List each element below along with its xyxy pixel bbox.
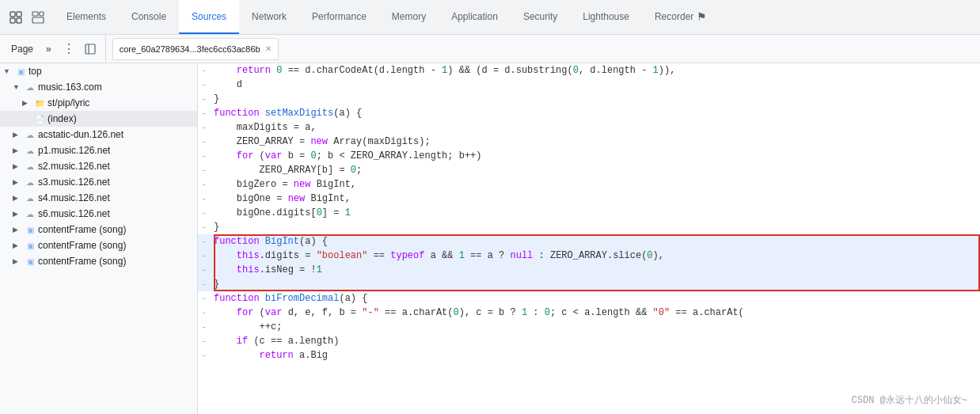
sidebar-item-s6music[interactable]: ▶ ☁ s6.music.126.net <box>0 206 197 222</box>
page-button[interactable]: Page <box>6 42 38 56</box>
code-line: - if (c == a.length) <box>198 334 980 348</box>
tab-memory[interactable]: Memory <box>379 0 439 34</box>
tab-network[interactable]: Network <box>239 0 299 34</box>
svg-rect-2 <box>10 18 15 23</box>
line-dash: - <box>198 234 211 249</box>
line-content: ZERO_ARRAY = new Array(maxDigits); <box>211 135 980 149</box>
tab-console[interactable]: Console <box>119 0 179 34</box>
folder-icon-cf1: ▣ <box>24 223 36 236</box>
sidebar-toggle-icon <box>85 44 96 55</box>
sidebar-item-contentframe1[interactable]: ▶ ▣ contentFrame (song) <box>0 222 197 237</box>
sidebar-item-acstatic[interactable]: ▶ ☁ acstatic-dun.126.net <box>0 127 197 142</box>
sidebar-item-contentframe2[interactable]: ▶ ▣ contentFrame (song) <box>0 237 197 253</box>
line-dash: - <box>198 149 211 163</box>
line-content: return a.Big <box>211 348 980 363</box>
line-dash: - <box>198 334 211 348</box>
main-toolbar: Elements Console Sources Network Perform… <box>0 0 980 35</box>
code-line: - function setMaxDigits(a) { <box>198 106 980 120</box>
code-line-bigint-digits: - this.digits = "boolean" == typeof a &&… <box>198 249 980 263</box>
main-content: ▼ ▣ top ▼ ☁ music.163.com ▶ 📁 st/pip/lyr… <box>0 63 980 414</box>
line-content: bigOne.digits[0] = 1 <box>211 206 980 220</box>
tab-recorder[interactable]: Recorder ⚑ <box>642 0 720 34</box>
line-content: } <box>211 92 980 106</box>
sidebar-item-s4music[interactable]: ▶ ☁ s4.music.126.net <box>0 190 197 206</box>
cloud-icon-s2music: ☁ <box>24 160 36 173</box>
code-editor[interactable]: - return 0 == d.charCodeAt(d.length - 1)… <box>198 63 980 414</box>
code-line: - bigZero = new BigInt, <box>198 177 980 192</box>
cloud-icon-s4music: ☁ <box>24 192 36 204</box>
panel-bar: Page » ⋮ core_60a2789634...3fec6cc63ac86… <box>0 35 980 63</box>
cloud-icon-s3music: ☁ <box>24 176 36 188</box>
toolbar-left-icons <box>0 8 54 27</box>
line-content: this.digits = "boolean" == typeof a && 1… <box>211 249 980 263</box>
line-dash: - <box>198 92 211 106</box>
code-line: - d <box>198 78 980 92</box>
more-tabs-button[interactable]: » <box>41 42 56 56</box>
sidebar-item-p1music[interactable]: ▶ ☁ p1.music.126.net <box>0 142 197 158</box>
tab-security[interactable]: Security <box>511 0 570 34</box>
expand-arrow-s2music: ▶ <box>13 162 22 170</box>
svg-rect-4 <box>32 12 38 16</box>
line-content: this.isNeg = !1 <box>211 263 980 277</box>
code-line: - for (var d, e, f, b = "-" == a.charAt(… <box>198 306 980 320</box>
expand-arrow-s6music: ▶ <box>13 210 22 218</box>
sidebar-item-index[interactable]: 📄 (index) <box>0 111 197 127</box>
add-source-button[interactable]: ⋮ <box>59 38 78 59</box>
line-content: ++c; <box>211 320 980 334</box>
line-dash: - <box>198 120 211 135</box>
sidebar-item-contentframe3[interactable]: ▶ ▣ contentFrame (song) <box>0 253 197 269</box>
code-line: - return 0 == d.charCodeAt(d.length - 1)… <box>198 63 980 78</box>
line-content: ZERO_ARRAY[b] = 0; <box>211 163 980 177</box>
file-tab[interactable]: core_60a2789634...3fec6cc63ac86b ✕ <box>112 38 279 60</box>
line-dash: - <box>198 220 211 234</box>
expand-arrow-cf1: ▶ <box>13 226 22 234</box>
line-dash: - <box>198 135 211 149</box>
cloud-icon-music163: ☁ <box>24 81 36 93</box>
code-line-bigint: - function BigInt(a) { <box>198 234 980 249</box>
tab-lighthouse[interactable]: Lighthouse <box>570 0 642 34</box>
expand-arrow-cf3: ▶ <box>13 257 22 265</box>
cloud-icon-acstatic: ☁ <box>24 128 36 141</box>
expand-arrow-acstatic: ▶ <box>13 131 22 139</box>
line-dash: - <box>198 163 211 177</box>
file-tree-sidebar: ▼ ▣ top ▼ ☁ music.163.com ▶ 📁 st/pip/lyr… <box>0 63 198 414</box>
code-line: - bigOne = new BigInt, <box>198 192 980 206</box>
folder-icon-cf3: ▣ <box>24 255 36 268</box>
line-dash: - <box>198 320 211 334</box>
tab-performance[interactable]: Performance <box>299 0 379 34</box>
line-content: } <box>211 277 980 291</box>
code-line-bigint-isneg: - this.isNeg = !1 <box>198 263 980 277</box>
close-tab-button[interactable]: ✕ <box>265 44 272 53</box>
svg-rect-3 <box>17 18 21 23</box>
line-dash: - <box>198 106 211 120</box>
code-line-bigint-close: - } <box>198 277 980 291</box>
line-dash: - <box>198 192 211 206</box>
tab-application[interactable]: Application <box>439 0 511 34</box>
sidebar-item-stpiplyric[interactable]: ▶ 📁 st/pip/lyric <box>0 95 197 111</box>
line-content: for (var b = 0; b < ZERO_ARRAY.length; b… <box>211 149 980 163</box>
tab-sources[interactable]: Sources <box>179 0 239 34</box>
devtools-icon[interactable] <box>6 8 25 27</box>
sidebar-item-s2music[interactable]: ▶ ☁ s2.music.126.net <box>0 158 197 174</box>
sidebar-item-music163[interactable]: ▼ ☁ music.163.com <box>0 79 197 95</box>
line-content: bigZero = new BigInt, <box>211 177 980 192</box>
line-dash: - <box>198 206 211 220</box>
line-content: if (c == a.length) <box>211 334 980 348</box>
tab-list: Elements Console Sources Network Perform… <box>54 0 720 34</box>
svg-rect-1 <box>17 12 21 17</box>
line-content: function BigInt(a) { <box>211 234 980 249</box>
svg-rect-5 <box>32 17 44 23</box>
code-line: - } <box>198 220 980 234</box>
line-dash: - <box>198 291 211 306</box>
svg-rect-6 <box>40 12 44 16</box>
sidebar-item-s3music[interactable]: ▶ ☁ s3.music.126.net <box>0 174 197 190</box>
tab-elements[interactable]: Elements <box>54 0 119 34</box>
folder-icon-top: ▣ <box>14 65 27 78</box>
toggle-sidebar-button[interactable] <box>82 40 99 58</box>
sidebar-item-top[interactable]: ▼ ▣ top <box>0 63 197 79</box>
expand-arrow-top: ▼ <box>3 67 13 75</box>
file-icon-index: 📄 <box>33 112 46 125</box>
line-content: for (var d, e, f, b = "-" == a.charAt(0)… <box>211 306 980 320</box>
line-dash: - <box>198 263 211 277</box>
inspect-icon[interactable] <box>28 8 47 27</box>
